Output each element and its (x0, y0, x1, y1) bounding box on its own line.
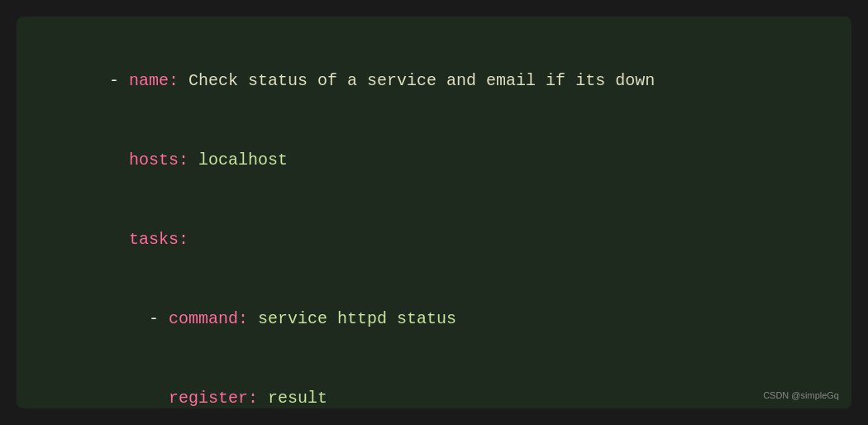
key-hosts: hosts: (109, 150, 188, 170)
code-container: - name: Check status of a service and em… (17, 17, 851, 408)
code-line-3: tasks: (50, 200, 818, 279)
dash-1: - (109, 71, 129, 90)
key-register: register: (109, 389, 258, 408)
indent-dash-1 (109, 309, 149, 328)
code-block: - name: Check status of a service and em… (50, 41, 818, 425)
key-command: command: (169, 309, 248, 328)
dash-2: - (149, 309, 169, 328)
code-line-4: - command: service httpd status (50, 279, 818, 359)
value-hosts: localhost (188, 150, 288, 170)
watermark: CSDN @simpleGq (763, 390, 839, 400)
code-line-2: hosts: localhost (50, 121, 818, 200)
value-command: service httpd status (248, 309, 456, 328)
value-register: result (258, 389, 327, 408)
code-line-1: - name: Check status of a service and em… (50, 41, 818, 121)
value-name: Check status of a service and email if i… (179, 71, 655, 90)
key-tasks: tasks: (109, 230, 188, 249)
code-line-5: register: result (50, 359, 818, 425)
key-name: name: (129, 71, 179, 90)
